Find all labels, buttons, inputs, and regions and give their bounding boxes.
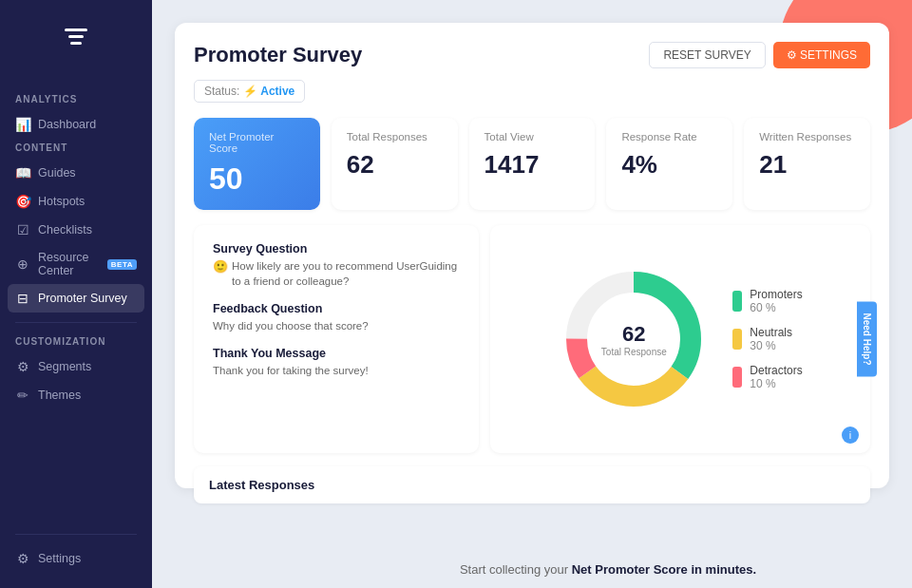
sidebar-divider bbox=[15, 322, 137, 323]
nps-card: Net Promoter Score 50 bbox=[194, 118, 320, 210]
total-responses-label: Total Responses bbox=[347, 131, 443, 142]
promoter-survey-icon: ⊟ bbox=[15, 291, 30, 306]
sidebar-divider-bottom bbox=[15, 534, 137, 535]
legend-promoters: Promoters 60 % bbox=[732, 288, 802, 314]
svg-rect-0 bbox=[65, 28, 87, 31]
nps-value: 50 bbox=[209, 161, 305, 197]
segments-icon: ⚙ bbox=[15, 359, 30, 374]
response-rate-value: 4% bbox=[621, 150, 717, 180]
main-card: Promoter Survey RESET SURVEY ⚙ SETTINGS … bbox=[175, 23, 889, 488]
thankyou-title: Thank You Message bbox=[213, 347, 460, 360]
survey-info-card: Survey Question 🙂 How likely are you to … bbox=[194, 225, 479, 453]
sidebar: ANALYTICS 📊 Dashboard CONTENT 📖 Guides 🎯… bbox=[0, 0, 152, 588]
svg-rect-1 bbox=[68, 35, 84, 38]
survey-question-section: Survey Question 🙂 How likely are you to … bbox=[213, 242, 460, 289]
response-rate-label: Response Rate bbox=[621, 131, 717, 142]
donut-number: 62 bbox=[601, 322, 667, 347]
feedback-question-section: Feedback Question Why did you choose tha… bbox=[213, 302, 460, 333]
question-emoji: 🙂 bbox=[213, 258, 228, 275]
content-section-label: CONTENT bbox=[0, 139, 152, 159]
donut-sub: Total Response bbox=[601, 347, 667, 357]
logo bbox=[0, 15, 152, 67]
sidebar-item-promoter-survey[interactable]: ⊟ Promoter Survey bbox=[8, 284, 144, 313]
status-bar: Status: ⚡ Active bbox=[194, 80, 870, 103]
chart-card: 62 Total Response Promoters 60 % bbox=[490, 225, 870, 453]
total-responses-card: Total Responses 62 bbox=[332, 118, 458, 210]
stats-row: Net Promoter Score 50 Total Responses 62… bbox=[194, 118, 870, 210]
promoters-color-dot bbox=[732, 291, 742, 312]
settings-button[interactable]: ⚙ SETTINGS bbox=[773, 42, 870, 68]
main-content: Promoter Survey RESET SURVEY ⚙ SETTINGS … bbox=[152, 0, 912, 588]
status-active-value: ⚡ Active bbox=[243, 85, 294, 98]
sidebar-item-settings[interactable]: ⚙ Settings bbox=[0, 544, 152, 573]
customization-section-label: CUSTOMIZATION bbox=[0, 332, 152, 352]
latest-responses-section: Latest Responses bbox=[194, 466, 870, 503]
detractors-color-dot bbox=[732, 367, 742, 388]
beta-badge: BETA bbox=[107, 259, 137, 270]
legend-neutrals: Neutrals 30 % bbox=[732, 326, 802, 352]
total-view-label: Total View bbox=[484, 131, 580, 142]
legend-promoters-text: Promoters 60 % bbox=[750, 288, 802, 314]
sidebar-item-guides[interactable]: 📖 Guides bbox=[0, 159, 152, 187]
legend-detractors: Detractors 10 % bbox=[732, 364, 802, 390]
legend-detractors-text: Detractors 10 % bbox=[750, 364, 802, 390]
written-responses-label: Written Responses bbox=[759, 131, 855, 142]
total-responses-value: 62 bbox=[347, 150, 443, 180]
need-help-tab[interactable]: Need Help? bbox=[857, 301, 877, 376]
page-title: Promoter Survey bbox=[194, 43, 362, 67]
latest-responses-title: Latest Responses bbox=[209, 478, 855, 492]
themes-icon: ✏ bbox=[15, 388, 30, 403]
reset-survey-button[interactable]: RESET SURVEY bbox=[649, 42, 765, 68]
resource-center-icon: ⊕ bbox=[15, 256, 30, 272]
feedback-question-text: Why did you choose that score? bbox=[213, 318, 460, 333]
total-view-card: Total View 1417 bbox=[469, 118, 596, 210]
info-button[interactable]: i bbox=[842, 427, 859, 444]
analytics-section-label: ANALYTICS bbox=[0, 90, 152, 110]
survey-question-title: Survey Question bbox=[213, 242, 460, 256]
neutrals-color-dot bbox=[732, 329, 742, 350]
sidebar-item-segments[interactable]: ⚙ Segments bbox=[0, 352, 152, 381]
donut-center: 62 Total Response bbox=[601, 322, 667, 357]
sidebar-item-checklists[interactable]: ☑ Checklists bbox=[0, 216, 152, 244]
bottom-banner: Start collecting your Net Promoter Score… bbox=[304, 551, 912, 588]
settings-icon: ⚙ bbox=[15, 551, 30, 566]
checklists-icon: ☑ bbox=[15, 222, 30, 237]
status-label: Status: bbox=[204, 85, 239, 98]
content-section: Survey Question 🙂 How likely are you to … bbox=[194, 225, 870, 453]
hotspots-icon: 🎯 bbox=[15, 194, 30, 209]
survey-question-text: 🙂 How likely are you to recommend UserGu… bbox=[213, 258, 460, 289]
dashboard-icon: 📊 bbox=[15, 117, 30, 132]
thankyou-section: Thank You Message Thank you for taking t… bbox=[213, 347, 460, 378]
total-view-value: 1417 bbox=[484, 150, 580, 180]
sidebar-item-themes[interactable]: ✏ Themes bbox=[0, 381, 152, 409]
donut-chart: 62 Total Response bbox=[558, 263, 710, 415]
guides-icon: 📖 bbox=[15, 165, 30, 180]
written-responses-value: 21 bbox=[759, 150, 855, 180]
feedback-question-title: Feedback Question bbox=[213, 302, 460, 315]
legend-neutrals-text: Neutrals 30 % bbox=[750, 326, 792, 352]
sidebar-item-dashboard[interactable]: 📊 Dashboard bbox=[0, 110, 152, 139]
thankyou-text: Thank you for taking the survey! bbox=[213, 363, 460, 378]
nps-label: Net Promoter Score bbox=[209, 131, 305, 154]
sidebar-item-resource-center[interactable]: ⊕ Resource Center BETA bbox=[0, 244, 152, 284]
logo-icon bbox=[61, 23, 91, 60]
response-rate-card: Response Rate 4% bbox=[606, 118, 732, 210]
svg-rect-2 bbox=[70, 42, 82, 45]
status-badge: Status: ⚡ Active bbox=[194, 80, 305, 103]
sidebar-item-hotspots[interactable]: 🎯 Hotspots bbox=[0, 187, 152, 216]
chart-legend: Promoters 60 % Neutrals 30 % bbox=[732, 288, 802, 390]
page-header: Promoter Survey RESET SURVEY ⚙ SETTINGS bbox=[194, 42, 870, 68]
written-responses-card: Written Responses 21 bbox=[744, 118, 870, 210]
sidebar-bottom: ⚙ Settings bbox=[0, 524, 152, 573]
header-buttons: RESET SURVEY ⚙ SETTINGS bbox=[649, 42, 870, 68]
